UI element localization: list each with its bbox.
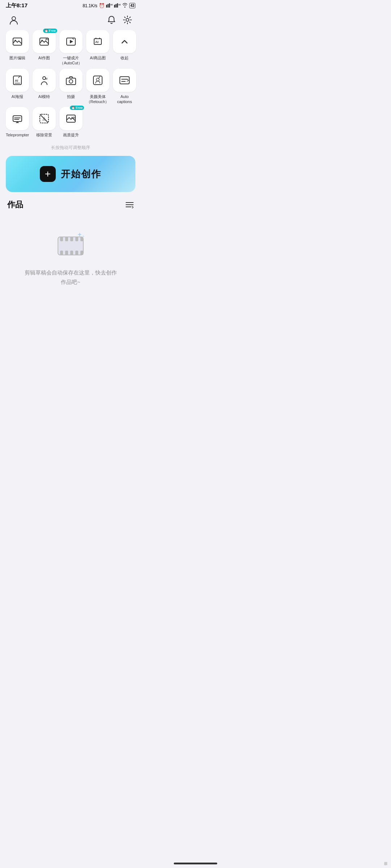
tool-label-ai-draw: AI作图 <box>38 55 50 60</box>
svg-text:AI: AI <box>15 79 18 82</box>
status-right: 81.1K/s ⏰ HD HD <box>83 3 135 9</box>
tool-enhance[interactable]: Free HD 画质提升 <box>59 107 83 137</box>
badge-free-enhance: Free <box>70 106 84 110</box>
svg-marker-16 <box>70 40 73 43</box>
works-section: 作品 <box>0 199 141 301</box>
battery-icon: 43 <box>129 3 135 8</box>
svg-rect-37 <box>60 237 63 241</box>
bell-button[interactable] <box>105 13 118 26</box>
tool-autocut[interactable]: 一键成片 （AutoCut） <box>59 30 83 66</box>
tools-hint: 长按拖动可调整顺序 <box>6 140 135 156</box>
svg-rect-0 <box>106 5 107 8</box>
svg-point-11 <box>14 40 16 41</box>
create-label: 开始创作 <box>61 168 101 180</box>
svg-rect-22 <box>66 78 76 85</box>
tool-icon-remove-bg <box>33 107 56 130</box>
tool-ai-draw[interactable]: Free AI AI作图 <box>33 30 56 66</box>
tools-section: 图片编辑 Free AI AI作图 <box>0 30 141 156</box>
tool-icon-enhance: Free HD <box>59 107 83 130</box>
svg-rect-43 <box>65 251 68 255</box>
works-empty-state: 剪辑草稿会自动保存在这里，快去创作 作品吧~ <box>7 219 134 301</box>
svg-rect-5 <box>115 4 117 8</box>
svg-rect-27 <box>13 116 22 122</box>
tool-icon-ai-poster: AI <box>6 69 29 92</box>
tool-label-enhance: 画质提升 <box>63 132 79 137</box>
top-nav <box>0 10 141 30</box>
alarm-icon: ⏰ <box>99 3 105 8</box>
svg-text:HD: HD <box>118 4 121 6</box>
wifi-icon <box>122 3 128 9</box>
tool-label-camera: 拍摄 <box>67 94 75 99</box>
user-icon[interactable] <box>7 13 20 26</box>
tool-label-ai-model: AI模特 <box>38 94 50 99</box>
tool-teleprompter[interactable]: Teleprompter <box>6 107 29 137</box>
tool-remove-bg[interactable]: 移除背景 <box>33 107 56 137</box>
tool-label-retouch: 美颜美体 （Retouch） <box>87 94 109 105</box>
tool-icon-ai-draw: Free AI <box>33 30 56 53</box>
svg-point-13 <box>41 40 43 41</box>
works-empty-text: 剪辑草稿会自动保存在这里，快去创作 作品吧~ <box>25 268 117 286</box>
works-manage-button[interactable] <box>125 201 134 208</box>
tool-label-ai-product: AI商品图 <box>90 55 105 60</box>
status-bar: 上午8:17 81.1K/s ⏰ HD HD <box>0 0 141 10</box>
tool-empty-4 <box>86 107 109 137</box>
tool-ai-product[interactable]: AI AI商品图 <box>86 30 109 66</box>
svg-rect-46 <box>80 251 83 255</box>
film-icon <box>54 230 87 262</box>
signal-icon: HD <box>114 3 121 9</box>
tool-ai-model[interactable]: AI AI模特 <box>33 69 56 105</box>
svg-rect-42 <box>60 251 63 255</box>
tools-row-3: Teleprompter 移除背景 Free HD <box>6 107 135 137</box>
svg-rect-41 <box>80 237 83 241</box>
tool-label-autocut: 一键成片 （AutoCut） <box>60 55 82 66</box>
tool-icon-autocut <box>59 30 83 53</box>
tools-row-1: 图片编辑 Free AI AI作图 <box>6 30 135 66</box>
tool-icon-ai-product: AI <box>86 30 109 53</box>
svg-text:HD: HD <box>110 4 113 6</box>
tool-label-collapse: 收起 <box>121 55 129 60</box>
create-section: + 开始创作 <box>0 156 141 199</box>
svg-rect-6 <box>117 3 118 8</box>
svg-text:HD: HD <box>71 116 75 119</box>
works-header: 作品 <box>7 199 134 210</box>
tool-empty-5 <box>113 107 135 137</box>
tool-image-edit[interactable]: 图片编辑 <box>6 30 29 66</box>
tool-label-image-edit: 图片编辑 <box>9 55 25 60</box>
badge-free-ai-draw: Free <box>43 29 57 33</box>
tool-auto-captions[interactable]: Auto captions <box>113 69 136 105</box>
svg-point-8 <box>12 17 16 20</box>
tool-icon-collapse <box>113 30 136 53</box>
tool-icon-image-edit <box>6 30 29 53</box>
tool-retouch[interactable]: 美颜美体 （Retouch） <box>86 69 109 105</box>
tool-label-teleprompter: Teleprompter <box>6 132 29 137</box>
svg-point-23 <box>69 80 73 83</box>
svg-text:AI: AI <box>45 38 48 41</box>
svg-rect-40 <box>75 237 78 241</box>
svg-line-29 <box>41 115 48 122</box>
tool-camera[interactable]: 拍摄 <box>59 69 83 105</box>
svg-rect-1 <box>108 4 109 8</box>
svg-rect-2 <box>109 3 110 8</box>
tool-label-ai-poster: AI海报 <box>12 94 23 99</box>
tool-icon-camera <box>59 69 83 92</box>
svg-rect-26 <box>120 77 129 84</box>
svg-rect-38 <box>65 237 68 241</box>
tool-icon-teleprompter <box>6 107 29 130</box>
works-title: 作品 <box>7 199 23 210</box>
svg-rect-45 <box>75 251 78 255</box>
tool-label-auto-captions: Auto captions <box>113 94 136 105</box>
tool-icon-auto-captions <box>113 69 136 92</box>
svg-rect-4 <box>114 5 115 8</box>
svg-rect-44 <box>70 251 73 255</box>
tool-collapse[interactable]: 收起 <box>113 30 136 66</box>
svg-point-9 <box>126 18 129 21</box>
svg-text:AI: AI <box>95 40 98 44</box>
signal-hd-icon: HD <box>106 3 113 9</box>
svg-text:AI: AI <box>45 77 47 80</box>
tool-ai-poster[interactable]: AI AI海报 <box>6 69 29 105</box>
create-button[interactable]: + 开始创作 <box>6 156 135 192</box>
tool-icon-ai-model: AI <box>33 69 56 92</box>
network-speed: 81.1K/s <box>83 3 97 8</box>
tools-row-2: AI AI海报 AI AI模特 <box>6 69 135 105</box>
settings-button[interactable] <box>121 13 134 26</box>
